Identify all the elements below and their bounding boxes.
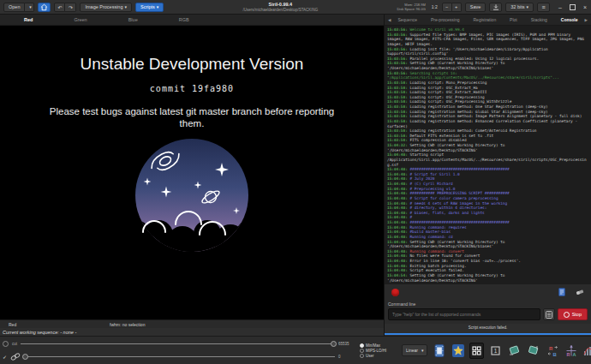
home-icon bbox=[40, 3, 48, 11]
svg-text:1: 1 bbox=[494, 348, 498, 354]
save-button[interactable]: Save bbox=[465, 3, 487, 12]
night-sky-illustration bbox=[124, 134, 260, 254]
mode-radio-user[interactable]: User bbox=[360, 354, 397, 358]
bit-depth-dropdown[interactable]: 32 bits▾ bbox=[505, 3, 534, 12]
command-input[interactable] bbox=[388, 308, 540, 320]
radio-icon bbox=[360, 343, 364, 348]
hamburger-menu-button[interactable]: ≡ bbox=[537, 3, 550, 12]
chevron-down-icon: ▾ bbox=[526, 4, 528, 9]
console-line: 15:04:40: Starting script /Applications/… bbox=[387, 152, 588, 167]
zoom-in-button[interactable]: + bbox=[452, 3, 462, 12]
list-icon bbox=[546, 311, 552, 319]
progress-area: Script execution failed. bbox=[385, 324, 591, 336]
image-info-strip: Red fwhm: no selection bbox=[0, 319, 384, 328]
tab-rgb[interactable]: RGB bbox=[179, 17, 189, 22]
checkmark-icon[interactable]: ✓ bbox=[3, 355, 7, 360]
export-console-button[interactable] bbox=[557, 288, 566, 297]
console-line: 15:03:58: Loading registration method: E… bbox=[387, 119, 588, 128]
lo-slider[interactable] bbox=[24, 356, 335, 357]
mode-radio-mips-lo-hi[interactable]: MIPS-LO/HI bbox=[360, 349, 397, 353]
tab-stacking[interactable]: Stacking bbox=[531, 17, 547, 22]
mode-radio-min-max[interactable]: Min/Max bbox=[360, 343, 397, 348]
chevron-down-icon: ▾ bbox=[157, 4, 159, 9]
save-as-button[interactable] bbox=[489, 3, 502, 12]
console-log[interactable]: 15:03:56: Welcome to siril v0.99.415:03:… bbox=[385, 26, 591, 284]
photometry-star-button[interactable] bbox=[451, 343, 465, 359]
cut-label: cut bbox=[12, 342, 17, 346]
command-line-label: Command line bbox=[385, 300, 591, 307]
close-button[interactable]: × bbox=[583, 4, 587, 10]
tabs-scroll-right-icon[interactable]: ▶ bbox=[585, 18, 588, 22]
tab-green[interactable]: Green bbox=[74, 17, 87, 22]
grid-view-icon bbox=[472, 346, 481, 355]
mirror-x-icon bbox=[508, 344, 521, 356]
film-strip-button[interactable] bbox=[432, 343, 446, 359]
astrometry-button[interactable]: RA bbox=[564, 343, 578, 359]
splash-title: Unstable Development Version bbox=[81, 55, 304, 74]
undo-redo-group: ↶ ↷ bbox=[54, 3, 76, 12]
single-frame-icon: 1 bbox=[491, 346, 500, 355]
mode-radio-label: Min/Max bbox=[366, 343, 380, 348]
redo-button[interactable]: ↷ bbox=[65, 3, 76, 12]
panel-tabbar: ◀ SequencePre-processingRegistrationPlot… bbox=[385, 15, 591, 26]
open-dropdown-button[interactable]: ▾ bbox=[25, 3, 34, 12]
window-title-area: Siril-0.99.4 /Users/michaeldearden/Deskt… bbox=[167, 2, 393, 11]
command-history-button[interactable] bbox=[543, 308, 555, 320]
rgb-align-button[interactable]: RB bbox=[545, 343, 559, 359]
mirror-x-button[interactable] bbox=[507, 343, 522, 359]
bottom-toolbar: cut 65535 ✓ 0 Min/MaxMIPS-LO/HIUser Line… bbox=[0, 336, 591, 364]
radio-icon bbox=[360, 349, 364, 353]
chevron-down-icon: ▾ bbox=[125, 4, 128, 9]
stop-icon bbox=[564, 312, 570, 318]
fwhm-label: fwhm: no selection bbox=[110, 322, 145, 327]
zoom-buttons: − + bbox=[442, 3, 462, 12]
control-panel: ◀ SequencePre-processingRegistrationPlot… bbox=[384, 15, 591, 336]
maximize-button[interactable] bbox=[570, 4, 576, 10]
hi-value: 65535 bbox=[338, 342, 355, 346]
console-line: 15:04:40: Setting CWD (Current Working D… bbox=[387, 240, 588, 249]
grid-view-button[interactable] bbox=[469, 343, 484, 359]
tab-pre-processing[interactable]: Pre-processing bbox=[431, 17, 460, 22]
mirror-y-button[interactable] bbox=[526, 343, 540, 359]
tab-blue[interactable]: Blue bbox=[128, 17, 138, 22]
eraser-icon bbox=[576, 289, 584, 295]
tab-console[interactable]: Console bbox=[561, 17, 578, 22]
film-strip-icon bbox=[434, 344, 445, 357]
clear-console-button[interactable] bbox=[575, 288, 584, 297]
lo-value: 0 bbox=[338, 355, 355, 359]
tab-red[interactable]: Red bbox=[24, 17, 33, 22]
tab-registration[interactable]: Registration bbox=[473, 17, 496, 22]
lo-slider-row: ✓ 0 bbox=[3, 353, 355, 361]
image-canvas[interactable]: Unstable Development Version commit 19fa… bbox=[0, 26, 384, 319]
chain-link-icon[interactable] bbox=[10, 353, 21, 361]
cut-toggle[interactable] bbox=[3, 341, 9, 347]
stretch-dropdown[interactable]: Linear▾ bbox=[402, 344, 427, 356]
open-button[interactable]: Open bbox=[3, 3, 25, 12]
chevron-down-icon: ▾ bbox=[421, 348, 424, 353]
view-tool-buttons: 1RBRA bbox=[432, 343, 591, 359]
console-line: 15:03:56: Loading init file: '/Users/mic… bbox=[387, 47, 588, 57]
splash-commit: commit 19fa980 bbox=[150, 84, 234, 93]
minimize-button[interactable]: – bbox=[558, 4, 562, 10]
scripts-button[interactable]: Scripts▾ bbox=[135, 3, 164, 12]
stop-button[interactable]: Stop bbox=[558, 308, 588, 320]
image-processing-button[interactable]: Image Processing▾ bbox=[80, 3, 132, 12]
sequence-status: Current working sequence: - none - bbox=[0, 328, 384, 336]
tab-plot[interactable]: Plot bbox=[510, 17, 517, 22]
histogram-icon bbox=[583, 345, 591, 356]
save-as-icon bbox=[493, 3, 499, 11]
hi-slider[interactable] bbox=[21, 343, 335, 344]
undo-button[interactable]: ↶ bbox=[54, 3, 65, 12]
hi-slider-handle[interactable] bbox=[331, 341, 337, 347]
console-line: 15:03:56: Searching scripts in: "/Applic… bbox=[387, 71, 588, 81]
console-line: 15:04:32: Setting CWD (Current Working D… bbox=[387, 143, 588, 152]
tab-sequence[interactable]: Sequence bbox=[397, 17, 417, 22]
home-button[interactable] bbox=[38, 3, 51, 12]
histogram-button[interactable] bbox=[582, 343, 591, 359]
single-frame-button[interactable]: 1 bbox=[488, 343, 503, 359]
zoom-out-button[interactable]: − bbox=[442, 3, 452, 12]
progress-text: Script execution failed. bbox=[469, 325, 507, 330]
console-line: 15:03:56: Setting CWD (Current Working D… bbox=[387, 61, 588, 70]
lo-slider-handle[interactable] bbox=[22, 354, 28, 360]
header-toolbar: Open ▾ ↶ ↷ Image Processing▾ Scripts▾ Si… bbox=[0, 0, 591, 15]
